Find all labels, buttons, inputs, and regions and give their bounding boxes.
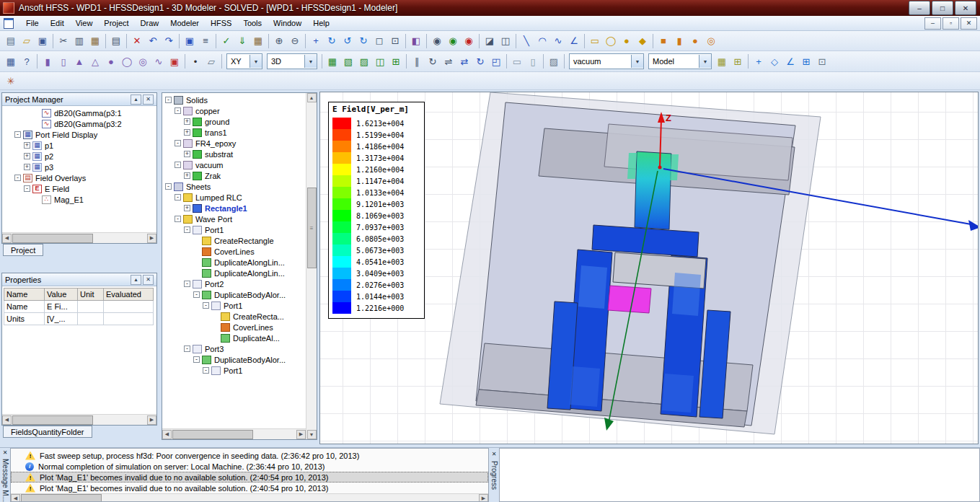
close-icon[interactable]: ✕ — [143, 275, 154, 285]
tree-item-substrat[interactable]: + substrat — [162, 149, 306, 159]
tree-item-port1[interactable]: - Port1 — [162, 224, 306, 235]
properties-header[interactable]: Properties ▴ ✕ — [2, 273, 156, 286]
expander-icon[interactable]: + — [184, 205, 190, 211]
tree-item-db20-gamma-p3-2[interactable]: dB20(Gamma(p3:2 — [2, 118, 156, 129]
tree-item-fr4-epoxy[interactable]: - FR4_epoxy — [162, 138, 306, 149]
draw-ellipse-icon[interactable]: ◯ — [603, 33, 619, 49]
menu-edit[interactable]: Edit — [45, 17, 70, 29]
draw-polyline-icon[interactable]: ∠ — [566, 33, 582, 49]
close-button[interactable]: ✕ — [955, 1, 976, 15]
column-header-unit[interactable]: Unit — [78, 289, 104, 301]
orbit-icon[interactable]: ↻ — [356, 33, 371, 49]
scroll-left-icon[interactable]: ◀ — [2, 415, 12, 425]
expander-icon[interactable] — [212, 324, 218, 330]
column-header-name[interactable]: Name — [4, 289, 45, 301]
minimize-button[interactable]: – — [909, 1, 930, 15]
message-row[interactable]: Fast sweep setup, process hf3d: Poor con… — [11, 450, 488, 461]
copy-icon[interactable]: ▥ — [71, 33, 87, 49]
expander-icon[interactable]: + — [24, 164, 30, 170]
expander-icon[interactable]: - — [175, 107, 181, 114]
scroll-down-icon[interactable]: ▼ — [307, 430, 317, 439]
redo-icon[interactable]: ↷ — [161, 33, 177, 49]
undo-icon[interactable]: ↶ — [145, 33, 161, 49]
expander-icon[interactable]: + — [184, 129, 190, 136]
draw-spline-icon[interactable]: ∿ — [550, 33, 566, 49]
pan-icon[interactable]: + — [308, 33, 324, 49]
draw-cylinder-icon[interactable]: ▮ — [671, 33, 687, 49]
table-row[interactable]: Units [V_... — [4, 313, 154, 325]
chevron-down-icon[interactable]: ▼ — [699, 55, 711, 68]
draw-arc-icon[interactable]: ◠ — [534, 33, 550, 49]
tree-item-p2[interactable]: + p2 — [2, 151, 156, 162]
prop-value-cell[interactable]: E Fi... — [45, 301, 78, 313]
global-cs-icon[interactable]: ⊞ — [798, 53, 814, 69]
scroll-right-icon[interactable]: ▶ — [147, 234, 156, 243]
zoom-window-icon[interactable]: ◻ — [371, 33, 387, 49]
project-manager-header[interactable]: Project Manager ▴ ✕ — [2, 93, 156, 106]
draw-plane-icon[interactable]: ▱ — [203, 53, 219, 69]
properties-hscrollbar[interactable]: ◀ ▶ — [2, 414, 156, 425]
scale-icon[interactable]: ◰ — [488, 53, 504, 69]
pin-icon[interactable]: ▴ — [131, 94, 141, 105]
project-tree-hscrollbar[interactable]: ◀ ▶ — [2, 232, 156, 243]
message-row[interactable]: Normal completion of simulation on serve… — [11, 461, 488, 472]
scroll-right-icon[interactable]: ▶ — [147, 415, 156, 425]
close-icon[interactable]: ✕ — [490, 450, 498, 458]
expander-icon[interactable] — [33, 196, 40, 203]
open-folder-icon[interactable]: ▱ — [19, 33, 35, 49]
expander-icon[interactable]: + — [24, 142, 30, 149]
imprint-icon[interactable]: ⊞ — [388, 53, 404, 69]
expander-icon[interactable]: + — [24, 153, 30, 159]
measure-icon[interactable]: ⊡ — [814, 53, 830, 69]
model-tree-vscrollbar[interactable]: ▲ ≡ ▼ — [306, 93, 317, 439]
mirror-icon[interactable]: ⇌ — [441, 53, 456, 69]
tree-item-create-rectangle[interactable]: CreateRectangle — [162, 235, 306, 246]
draw-helix-icon[interactable]: ∿ — [151, 53, 167, 69]
restore-button[interactable]: □ — [932, 1, 953, 15]
wireframe-icon[interactable]: ▭ — [509, 53, 525, 69]
list-icon[interactable]: ≡ — [198, 33, 213, 49]
column-header-value[interactable]: Value — [45, 289, 78, 301]
pin-icon[interactable]: ▴ — [131, 275, 141, 285]
tree-item-db20-gamma-p3-1[interactable]: dB20(Gamma(p3:1 — [2, 107, 156, 118]
tree-item-wave-port[interactable]: - Wave Port — [162, 213, 306, 224]
expander-icon[interactable]: - — [193, 291, 200, 298]
tab-project[interactable]: Project — [3, 244, 43, 256]
draw-line-icon[interactable]: ╲ — [518, 33, 534, 49]
outline-icon[interactable]: ▯ — [525, 53, 541, 69]
unite-icon[interactable]: ▦ — [325, 53, 340, 69]
expander-icon[interactable]: - — [14, 131, 21, 138]
face-cs-icon[interactable]: ◇ — [767, 53, 782, 69]
expander-icon[interactable]: - — [175, 140, 181, 146]
expander-icon[interactable]: + — [184, 151, 190, 157]
tree-item-p1[interactable]: + p1 — [2, 140, 156, 151]
expander-icon[interactable] — [33, 110, 40, 116]
draw-point-icon[interactable]: • — [187, 53, 203, 69]
expander-icon[interactable]: + — [184, 118, 190, 125]
rotate-view-icon[interactable]: ↺ — [340, 33, 356, 49]
rotate-icon[interactable]: ↻ — [472, 53, 488, 69]
table-row[interactable]: Name E Fi... — [4, 301, 154, 313]
tree-item-solids[interactable]: - Solids — [162, 94, 306, 105]
tree-item-cover-lines[interactable]: CoverLines — [162, 246, 306, 257]
expander-icon[interactable]: - — [165, 183, 172, 190]
tree-item-copper[interactable]: - copper — [162, 105, 306, 116]
message-row[interactable]: Plot 'Mag_E1' becomes invalid due to no … — [11, 472, 488, 483]
tree-item-duplicate-along-line[interactable]: DuplicateAl... — [162, 333, 306, 343]
tree-item-port1[interactable]: - Port1 — [162, 365, 306, 376]
tree-item-create-rectangle[interactable]: CreateRecta... — [162, 311, 306, 322]
menu-draw[interactable]: Draw — [135, 17, 165, 29]
chevron-down-icon[interactable]: ▼ — [631, 55, 643, 68]
tree-item-duplicate-along-line[interactable]: DuplicateAlongLin... — [162, 257, 306, 268]
tree-item-vacuum[interactable]: - vacuum — [162, 159, 306, 170]
rotate-model-icon[interactable]: ↻ — [324, 33, 340, 49]
paste-icon[interactable]: ▦ — [87, 33, 103, 49]
tree-item-field-overlays[interactable]: - Field Overlays — [2, 172, 156, 183]
show-all-icon[interactable]: ◉ — [445, 33, 461, 49]
prop-value-cell[interactable]: [V_... — [45, 313, 78, 325]
tree-item-port-field-display[interactable]: - Port Field Display — [2, 129, 156, 140]
expander-icon[interactable]: - — [165, 97, 172, 103]
tree-item-port2[interactable]: - Port2 — [162, 278, 306, 289]
menu-project[interactable]: Project — [98, 17, 134, 29]
tree-item-rectangle1[interactable]: + Rectangle1 — [162, 203, 306, 213]
